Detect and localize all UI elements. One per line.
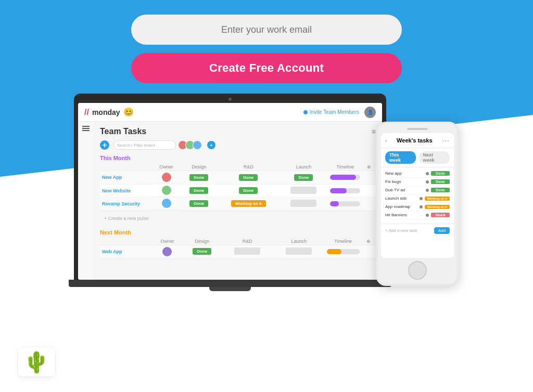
empty-status-launch (286, 247, 312, 255)
task-dot (420, 197, 423, 200)
list-item: Fix bugs Done (385, 178, 450, 186)
laptop-device: // monday 😊 Invite Team Members 👤 (74, 94, 386, 291)
design-status-3: Done (181, 197, 217, 210)
table-row: New App Done Done (100, 171, 376, 185)
search-box[interactable]: Search / Filter board (113, 140, 176, 150)
monday-logo-icon: // (84, 108, 89, 117)
task-dot (420, 205, 423, 208)
phone-header: ‹ Week's tasks ··· (381, 133, 454, 148)
board-menu-icon[interactable]: ≡ (372, 127, 376, 136)
owner-cell (152, 171, 181, 184)
timeline-bar-1 (330, 175, 361, 180)
launch-status-2 (280, 184, 328, 197)
group-label-this-month: This Month (100, 155, 376, 161)
tab-next-week[interactable]: Next week (419, 151, 450, 164)
create-account-button[interactable]: Create Free Account (131, 53, 402, 83)
next-month-table: Owner Design R&D Launch Timeline ⊕ (100, 238, 376, 259)
phone-add-button[interactable]: Add (434, 227, 450, 234)
col-rd-nm: R&D (222, 238, 273, 245)
done-badge: Done (294, 174, 313, 181)
phone-status-working: Working on it (425, 205, 450, 209)
add-pulse-this-month[interactable]: Create a new pulse (100, 214, 376, 223)
owner-cell-webapp (152, 245, 183, 258)
timeline-fill-2 (330, 188, 347, 193)
phone-home-button[interactable] (408, 261, 427, 280)
launch-status-webapp (273, 245, 325, 258)
cactus-pot: 🌵 (18, 348, 55, 376)
timeline-fill-webapp (327, 249, 341, 254)
laptop-stand (209, 287, 251, 291)
working-badge: Working on it (231, 200, 266, 207)
user-avatar: 👤 (364, 107, 376, 118)
col-design: Design (181, 163, 217, 171)
rd-status-3: Working on it (217, 197, 280, 210)
owner-avatar-3 (162, 199, 171, 208)
board-toolbar: + Search / Filter board + (100, 140, 376, 150)
phone-tabs: This week Next week (381, 148, 454, 167)
task-dot (426, 180, 429, 184)
col-owner-nm: Owner (152, 238, 183, 245)
timeline-fill-3 (330, 201, 339, 206)
monday-logo: // monday 😊 (84, 107, 134, 117)
task-name-web-app[interactable]: Web App (102, 249, 122, 254)
devices-section: // monday 😊 Invite Team Members 👤 (0, 94, 533, 291)
phone-task-name: App roadmap (385, 204, 417, 209)
launch-status-3 (280, 197, 328, 210)
laptop-screen: // monday 😊 Invite Team Members 👤 (78, 103, 382, 280)
cactus-decoration: 🌵 (18, 348, 55, 376)
design-status-1: Done (181, 171, 217, 185)
monday-header: // monday 😊 Invite Team Members 👤 (78, 103, 382, 122)
col-add-nm[interactable]: ⊕ (362, 238, 376, 245)
phone-task-name: New app (385, 171, 424, 176)
owner-avatar-2 (162, 186, 171, 195)
owner-avatar-1 (162, 173, 171, 182)
col-launch: Launch (280, 163, 328, 171)
owner-cell (152, 184, 181, 197)
owner-cell (152, 197, 181, 210)
task-dot (426, 172, 429, 175)
col-add[interactable]: ⊕ (362, 163, 376, 171)
phone-task-name: Fix bugs (385, 179, 424, 184)
done-badge: Done (239, 187, 258, 194)
phone-status-stuck: Stuck (431, 213, 450, 217)
invite-team-button[interactable]: Invite Team Members (303, 109, 359, 115)
phone-status-done: Done (431, 188, 450, 192)
col-timeline: Timeline (328, 163, 363, 171)
task-dot (426, 189, 429, 192)
phone-back-icon[interactable]: ‹ (385, 138, 387, 143)
design-status-webapp: Done (183, 245, 222, 258)
task-name-new-app[interactable]: New App (102, 175, 122, 180)
phone-task-list: New app Done Fix bugs Done Dub TV ad Don… (381, 167, 454, 221)
list-item: Launch ads Working on it (385, 194, 450, 203)
task-name-new-website[interactable]: New Website (102, 188, 131, 193)
col-design-nm: Design (183, 238, 222, 245)
laptop-base (69, 280, 391, 287)
table-row: Revamp Security Done Working (100, 197, 376, 210)
done-badge: Done (189, 200, 208, 207)
monday-content-area: Team Tasks ≡ + Search / Filter board (78, 122, 382, 280)
avatar-3 (193, 140, 202, 150)
laptop-camera (229, 98, 232, 101)
board-header: Team Tasks ≡ (100, 127, 376, 136)
timeline-bar-2 (330, 188, 361, 193)
timeline-cell-1 (328, 171, 363, 185)
monday-header-right: Invite Team Members 👤 (303, 107, 376, 118)
email-input[interactable] (131, 15, 402, 45)
add-row-icon[interactable]: + (100, 140, 109, 150)
monday-sidebar (78, 122, 94, 280)
col-launch-nm: Launch (273, 238, 325, 245)
col-owner: Owner (152, 163, 181, 171)
phone-menu-icon[interactable]: ··· (442, 136, 450, 145)
list-item: Hit Banners Stuck (385, 211, 450, 219)
task-name-revamp-security[interactable]: Revamp Security (102, 201, 140, 206)
table-row: Web App Done (100, 245, 376, 258)
col-task (100, 163, 152, 171)
monday-face-icon: 😊 (123, 107, 134, 117)
hamburger-icon[interactable] (82, 126, 90, 131)
list-item: Dub TV ad Done (385, 186, 450, 194)
empty-status (290, 200, 316, 207)
add-member-icon[interactable]: + (207, 141, 215, 149)
phone-status-done: Done (431, 171, 450, 176)
tab-this-week[interactable]: This week (385, 151, 416, 164)
phone-task-name: Hit Banners (385, 213, 424, 217)
